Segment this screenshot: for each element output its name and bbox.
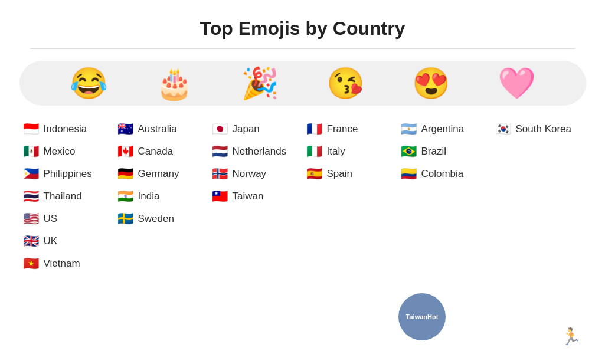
country-entry: 🇩🇪Germany: [114, 165, 208, 183]
column-col1: 🇮🇩Indonesia🇲🇽Mexico🇵🇭Philippines🇹🇭Thaila…: [19, 120, 114, 273]
country-name-germany: Germany: [138, 168, 179, 180]
country-name-sweden: Sweden: [138, 213, 174, 225]
country-name-canada: Canada: [138, 146, 174, 158]
country-entry: 🇳🇱Netherlands: [208, 143, 303, 160]
country-name-norway: Norway: [233, 168, 267, 180]
country-name-brazil: Brazil: [421, 146, 447, 158]
flag-australia: 🇦🇺: [117, 123, 133, 136]
country-name-australia: Australia: [138, 123, 177, 135]
country-name-spain: Spain: [327, 168, 352, 180]
flag-canada: 🇨🇦: [117, 145, 133, 158]
country-entry: 🇨🇦Canada: [114, 143, 208, 160]
emoji-1: 🎂: [155, 68, 194, 99]
country-entry: 🇯🇵Japan: [208, 120, 303, 138]
country-grid: 🇮🇩Indonesia🇲🇽Mexico🇵🇭Philippines🇹🇭Thaila…: [19, 120, 586, 273]
flag-italy: 🇮🇹: [306, 145, 322, 158]
flag-sweden: 🇸🇪: [117, 212, 133, 225]
country-entry: 🇨🇴Colombia: [397, 165, 492, 183]
country-entry: 🇹🇼Taiwan: [208, 188, 303, 205]
flag-thailand: 🇹🇭: [23, 190, 39, 203]
flag-netherlands: 🇳🇱: [212, 145, 228, 158]
country-entry: 🇬🇧UK: [19, 232, 114, 250]
country-entry: 🇸🇪Sweden: [114, 210, 208, 228]
country-name-netherlands: Netherlands: [233, 146, 287, 158]
emoji-0: 😂: [70, 68, 108, 99]
flag-argentina: 🇦🇷: [401, 123, 417, 136]
country-name-indonesia: Indonesia: [44, 123, 87, 135]
country-name-argentina: Argentina: [421, 123, 465, 135]
watermark: TaiwanHot: [398, 293, 446, 340]
column-col4: 🇫🇷France🇮🇹Italy🇪🇸Spain: [303, 120, 397, 273]
country-entry: 🇦🇺Australia: [114, 120, 208, 138]
country-entry: 🇧🇷Brazil: [397, 143, 492, 160]
country-name-thailand: Thailand: [44, 191, 82, 202]
emoji-3: 😘: [326, 68, 365, 99]
title-divider: [30, 48, 575, 49]
country-name-philippines: Philippines: [44, 168, 92, 180]
country-entry: 🇮🇩Indonesia: [19, 120, 114, 138]
flag-brazil: 🇧🇷: [401, 145, 417, 158]
country-entry: 🇰🇷South Korea: [492, 120, 586, 138]
emoji-bar: 😂🎂🎉😘😍🩷: [19, 61, 586, 106]
flag-norway: 🇳🇴: [212, 168, 228, 181]
country-entry: 🇳🇴Norway: [208, 165, 303, 183]
country-entry: 🇦🇷Argentina: [397, 120, 492, 138]
country-entry: 🇺🇸US: [19, 210, 114, 228]
country-name-vietnam: Vietnam: [44, 258, 80, 270]
flag-germany: 🇩🇪: [117, 168, 133, 181]
column-col5: 🇦🇷Argentina🇧🇷Brazil🇨🇴Colombia: [397, 120, 492, 273]
country-name-italy: Italy: [327, 146, 345, 158]
emoji-5: 🩷: [498, 68, 536, 99]
flag-indonesia: 🇮🇩: [23, 123, 39, 136]
column-col2: 🇦🇺Australia🇨🇦Canada🇩🇪Germany🇮🇳India🇸🇪Swe…: [114, 120, 208, 273]
flag-japan: 🇯🇵: [212, 123, 228, 136]
country-name-japan: Japan: [233, 123, 260, 135]
bottom-icon: 🏃: [561, 327, 581, 346]
country-name-us: US: [44, 213, 58, 225]
flag-france: 🇫🇷: [306, 123, 322, 136]
country-name-india: India: [138, 191, 160, 202]
country-name-colombia: Colombia: [421, 168, 464, 180]
country-name-south-korea: South Korea: [516, 123, 572, 135]
flag-mexico: 🇲🇽: [23, 145, 39, 158]
country-name-france: France: [327, 123, 358, 135]
flag-colombia: 🇨🇴: [401, 168, 417, 181]
country-entry: 🇹🇭Thailand: [19, 188, 114, 205]
country-entry: 🇫🇷France: [303, 120, 397, 138]
country-name-taiwan: Taiwan: [233, 191, 264, 202]
emoji-2: 🎉: [241, 68, 279, 99]
flag-philippines: 🇵🇭: [23, 168, 39, 181]
country-entry: 🇲🇽Mexico: [19, 143, 114, 160]
flag-spain: 🇪🇸: [306, 168, 322, 181]
country-name-uk: UK: [44, 235, 58, 247]
country-entry: 🇮🇹Italy: [303, 143, 397, 160]
flag-uk: 🇬🇧: [23, 235, 39, 248]
country-entry: 🇮🇳India: [114, 188, 208, 205]
column-col6: 🇰🇷South Korea: [492, 120, 586, 273]
country-entry: 🇵🇭Philippines: [19, 165, 114, 183]
flag-taiwan: 🇹🇼: [212, 190, 228, 203]
flag-south-korea: 🇰🇷: [495, 123, 511, 136]
country-entry: 🇪🇸Spain: [303, 165, 397, 183]
flag-us: 🇺🇸: [23, 212, 39, 225]
emoji-4: 😍: [412, 68, 450, 99]
flag-vietnam: 🇻🇳: [23, 257, 39, 270]
country-name-mexico: Mexico: [44, 146, 76, 158]
column-col3: 🇯🇵Japan🇳🇱Netherlands🇳🇴Norway🇹🇼Taiwan: [208, 120, 303, 273]
page-title: Top Emojis by Country: [0, 0, 605, 48]
flag-india: 🇮🇳: [117, 190, 133, 203]
country-entry: 🇻🇳Vietnam: [19, 255, 114, 273]
